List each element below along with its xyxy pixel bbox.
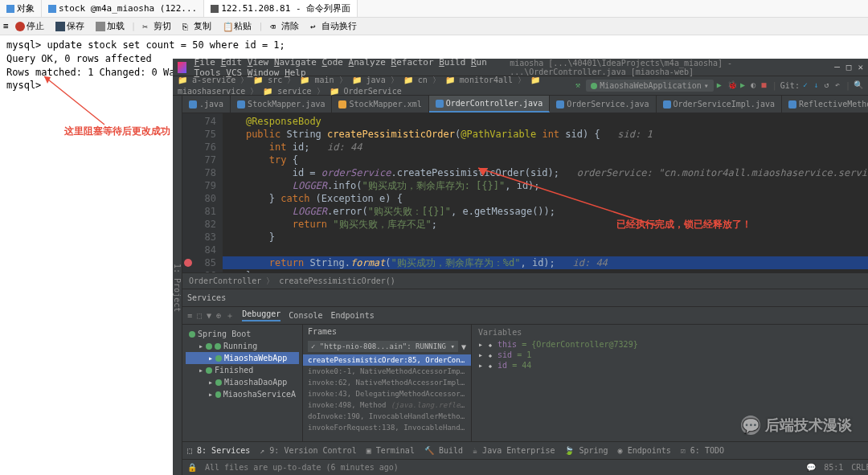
stack-frame[interactable]: invokeForRequest:138, InvocableHandlerMe… [303, 422, 471, 433]
editor-tab[interactable]: OrderServiceImpl.java [657, 96, 782, 113]
breadcrumb-item[interactable]: 📁 OrderService [330, 87, 402, 96]
debugger-tab[interactable]: Debugger [242, 309, 280, 321]
menu-refactor[interactable]: Refactor [391, 57, 434, 68]
variable-row[interactable]: ▸ ⬥ id = 44 [478, 360, 868, 371]
chat-icon[interactable]: 💬 [806, 463, 816, 472]
table-icon [6, 5, 14, 13]
breadcrumb-item[interactable]: 📁 src [253, 76, 282, 84]
vcs-tool-tab[interactable]: ↗ 9: Version Control [260, 446, 356, 455]
javaee-tool-tab[interactable]: ☕ Java Enterprise [473, 446, 555, 455]
copy-button[interactable]: ⎘复制 [178, 18, 216, 34]
terminal-tool-tab[interactable]: ▣ Terminal [366, 446, 415, 455]
menu-analyze[interactable]: Analyze [349, 57, 386, 68]
paste-button[interactable]: 📋粘贴 [218, 18, 256, 34]
breadcrumb-item[interactable]: 📁 monitor4all [445, 76, 513, 84]
git-history-icon[interactable]: ↺ [824, 80, 831, 92]
run-config-selector[interactable]: MiaoshaWebApplication ▾ [586, 80, 713, 92]
editor-breadcrumb[interactable]: OrderController 〉 createPessimisticOrder… [182, 272, 868, 289]
menu-file[interactable]: File [194, 57, 216, 68]
menu-run[interactable]: Run [471, 57, 487, 68]
editor-gutter[interactable]: 747576777879808182838485868788 [182, 113, 223, 272]
project-tool-tab[interactable]: 1: Project [173, 96, 182, 475]
line-sep[interactable]: CRLF [851, 463, 868, 472]
mysql-tab-cli[interactable]: 122.51.208.81 - 命令列界面 [204, 0, 358, 17]
tree-item[interactable]: Spring Boot [186, 328, 299, 340]
copy-icon: ⎘ [182, 22, 192, 31]
save-button[interactable]: 保存 [51, 18, 89, 34]
breadcrumb-item[interactable]: 📁 a-service [178, 76, 235, 84]
close-icon[interactable]: ✕ [858, 62, 863, 72]
filter-icon[interactable]: ▼ [461, 342, 466, 351]
menu-strip-icon[interactable]: ≡ [3, 21, 9, 31]
services-tree[interactable]: Spring Boot▸ Running▸ MiaoshaWebApp▸ Fin… [182, 325, 303, 441]
mysql-tab-stock[interactable]: stock @m4a_miaosha (122... [42, 0, 204, 17]
endpoints-tool-tab[interactable]: ◉ Endpoints [618, 446, 671, 455]
breadcrumb-item[interactable]: 📁 service [263, 87, 311, 96]
thread-selector[interactable]: ✓ "http-nio-808...ain": RUNNING ▾ [308, 341, 458, 352]
variable-row[interactable]: ▸ ⬥ this = {OrderController@7329} [478, 339, 868, 350]
editor-tab[interactable]: .java [182, 96, 231, 113]
clear-button[interactable]: ⌫清除 [265, 18, 304, 34]
code-line: public String createPessimisticOrder(@Pa… [223, 128, 868, 141]
endpoints-tab[interactable]: Endpoints [331, 311, 375, 320]
stack-frame[interactable]: invoke:498, Method (java.lang.reflect) [303, 399, 471, 411]
debug-icon[interactable]: 🐞 [727, 80, 737, 92]
stop-icon[interactable]: ■ [762, 80, 769, 92]
editor-tab[interactable]: ReflectiveMethodInvocation.class [782, 96, 868, 113]
stop-button[interactable]: 停止 [10, 18, 49, 34]
console-tab[interactable]: Console [289, 311, 322, 320]
lock-icon[interactable]: 🔒 [187, 463, 197, 472]
tree-item[interactable]: ▸ MiaoshaWebApp [186, 352, 299, 364]
tree-item[interactable]: ▸ Finished [186, 364, 299, 376]
stack-frame[interactable]: invoke0:-1, NativeMethodAccessorImpl (su… [303, 366, 471, 377]
menu-view[interactable]: View [248, 57, 269, 68]
git-update-icon[interactable]: ✓ [803, 80, 810, 92]
stack-frame[interactable]: invoke:43, DelegatingMethodAccessorImpl … [303, 388, 471, 399]
coverage-icon[interactable]: ▶ [740, 80, 747, 92]
maximize-icon[interactable]: □ [846, 62, 852, 72]
spring-tool-tab[interactable]: 🍃 Spring [564, 446, 608, 455]
breadcrumb-item[interactable]: 📁 java [352, 76, 386, 84]
tree-item[interactable]: ▸ MiaoshaServiceA [186, 388, 299, 400]
git-pull-icon[interactable]: ↓ [813, 80, 821, 92]
breadcrumb-item[interactable]: 📁 main [300, 76, 334, 84]
services-tool-tab[interactable]: ⬚ 8: Services [187, 446, 250, 455]
spring-icon [215, 391, 221, 398]
tree-item[interactable]: ▸ MiaoshaDaoApp [186, 376, 299, 388]
menu-build[interactable]: Build [439, 57, 465, 68]
stack-frame[interactable]: createPessimisticOrder:85, OrderControll… [303, 354, 471, 366]
menu-edit[interactable]: Edit [221, 57, 243, 68]
menu-navigate[interactable]: Navigate [274, 57, 317, 68]
git-revert-icon[interactable]: ↶ [835, 80, 842, 92]
editor-tab[interactable]: StockMapper.java [231, 96, 332, 113]
todo-tool-tab[interactable]: ☑ 6: TODO [681, 446, 724, 455]
editor-tab[interactable]: StockMapper.xml [332, 96, 428, 113]
load-button[interactable]: 加载 [91, 18, 129, 34]
editor-tab[interactable]: OrderController.java [429, 96, 550, 113]
hammer-icon[interactable]: ⚒ [575, 80, 583, 92]
editor[interactable]: 747576777879808182838485868788 @Response… [182, 113, 868, 272]
cut-button[interactable]: ✂剪切 [137, 18, 176, 34]
spring-icon [215, 355, 222, 362]
minimize-icon[interactable]: ─ [834, 62, 840, 72]
breakpoint-icon[interactable] [184, 259, 192, 267]
breadcrumb-item[interactable]: 📁 cn [403, 76, 428, 84]
mysql-tab-obj[interactable]: 对象 [0, 0, 42, 17]
editor-tab[interactable]: OrderService.java [550, 96, 656, 113]
autowrap-button[interactable]: ↩自动换行 [305, 18, 362, 34]
stack-frame[interactable]: doInvoke:190, InvocableHandlerMethod (or… [303, 411, 471, 422]
run-icon[interactable]: ▶ [717, 80, 724, 92]
panel-controls[interactable]: ≡ ⬚ ▼ ⊕ ＋ [187, 310, 234, 321]
code-area[interactable]: @ResponseBody public String createPessim… [223, 113, 868, 272]
run-icon [206, 343, 212, 350]
build-tool-tab[interactable]: 🔨 Build [424, 446, 463, 455]
stack-frame[interactable]: invoke:62, NativeMethodAccessorImpl (sun… [303, 377, 471, 388]
search-icon[interactable]: 🔍 [854, 80, 863, 92]
code-line: @ResponseBody [223, 115, 868, 128]
caret-pos[interactable]: 85:1 [824, 463, 843, 472]
profile-icon[interactable]: ◐ [751, 80, 758, 92]
tree-item[interactable]: ▸ Running [186, 340, 299, 352]
menu-code[interactable]: Code [321, 57, 343, 68]
status-msg: All files are up-to-date (6 minutes ago) [205, 463, 399, 472]
variable-row[interactable]: ▸ ⬥ sid = 1 [478, 350, 868, 360]
